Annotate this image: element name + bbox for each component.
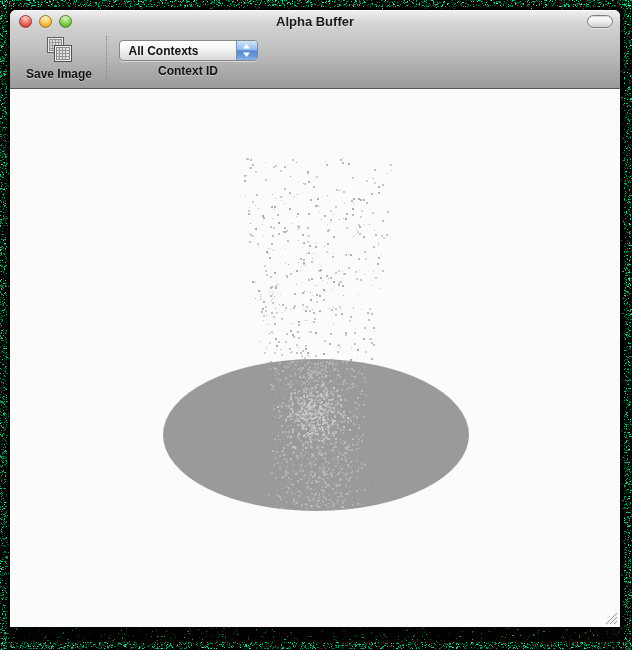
resize-grip[interactable] <box>602 609 619 626</box>
window-title: Alpha Buffer <box>90 14 540 29</box>
context-popup-button[interactable]: All Contexts <box>119 40 258 61</box>
toolbar: Save Image All Contexts Context ID <box>10 34 620 88</box>
traffic-lights <box>19 15 72 28</box>
save-image-icon <box>20 35 98 64</box>
window-header: Alpha Buffer <box>10 10 620 89</box>
alpha-buffer-window: Alpha Buffer <box>10 10 620 627</box>
toolbar-separator <box>106 36 107 82</box>
zoom-button[interactable] <box>59 15 72 28</box>
context-id-group: All Contexts Context ID <box>114 34 262 78</box>
titlebar[interactable]: Alpha Buffer <box>10 10 620 34</box>
context-popup-value: All Contexts <box>120 41 236 60</box>
save-image-label: Save Image <box>20 67 98 81</box>
minimize-button[interactable] <box>39 15 52 28</box>
alpha-buffer-render-view <box>10 89 620 627</box>
content-view <box>10 89 620 627</box>
toolbar-toggle-button[interactable] <box>587 15 613 28</box>
close-button[interactable] <box>19 15 32 28</box>
popup-stepper-icon <box>236 41 257 60</box>
context-popup-label: Context ID <box>114 64 262 78</box>
save-image-button[interactable]: Save Image <box>20 35 98 81</box>
